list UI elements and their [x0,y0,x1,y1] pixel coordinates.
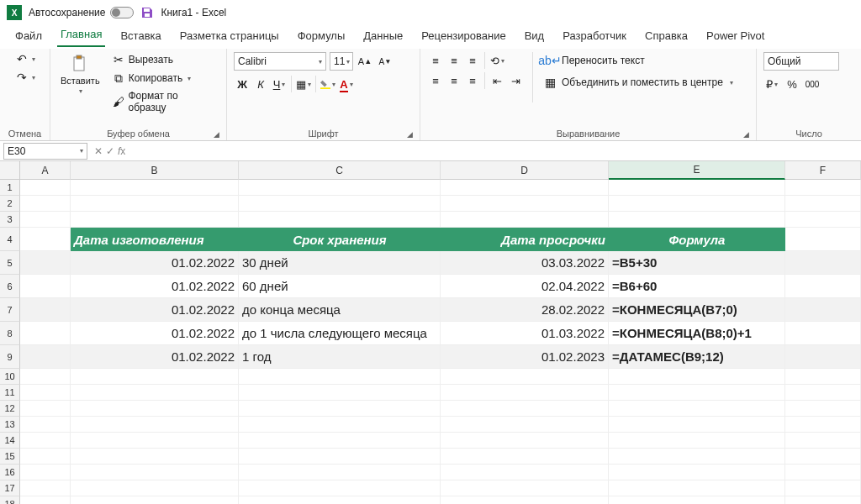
align-top-button[interactable]: ≡ [427,52,444,69]
increase-indent-button[interactable]: ⇥ [507,72,524,89]
cell[interactable] [239,401,441,417]
orientation-button[interactable]: ⟲▾ [489,52,505,69]
cell[interactable]: 28.02.2022 [441,298,609,322]
cell[interactable] [20,465,71,480]
percent-button[interactable]: % [784,76,800,92]
cell[interactable] [441,369,609,385]
cell[interactable] [441,385,609,401]
cell[interactable] [609,196,785,212]
cell[interactable] [441,417,609,433]
cell[interactable]: 01.02.2022 [71,275,239,298]
cell[interactable] [239,480,441,496]
save-icon[interactable] [140,6,154,19]
decrease-font-button[interactable]: A▼ [377,53,394,70]
row-header[interactable]: 8 [0,322,20,345]
cell[interactable] [71,369,239,385]
tab-data[interactable]: Данные [360,26,406,47]
cell[interactable] [441,480,609,496]
cell[interactable] [441,180,609,196]
cell[interactable] [20,449,71,465]
format-painter-button[interactable]: 🖌 Формат по образцу [110,89,219,114]
cell[interactable] [20,298,71,322]
increase-font-button[interactable]: A▲ [357,53,373,70]
row-header[interactable]: 4 [0,228,20,251]
cell[interactable] [20,275,71,298]
column-header[interactable]: F [785,161,861,180]
cell[interactable] [785,228,861,251]
fill-color-button[interactable]: ▾ [320,76,336,92]
cell[interactable] [785,385,861,401]
row-header[interactable]: 18 [0,496,20,504]
cell[interactable] [785,345,861,369]
cell[interactable]: 1 год [239,345,441,369]
cell[interactable] [239,417,441,433]
row-header[interactable]: 10 [0,369,20,385]
row-header[interactable]: 17 [0,480,20,496]
cell[interactable] [785,465,861,480]
row-header[interactable]: 9 [0,345,20,369]
cell[interactable]: до 1 числа следующего месяца [239,322,441,345]
row-header[interactable]: 12 [0,401,20,417]
cell[interactable] [785,275,861,298]
merge-center-button[interactable]: ▦ Объединить и поместить в центре▾ [541,74,735,91]
cell[interactable] [71,449,239,465]
cell[interactable] [441,401,609,417]
cell[interactable] [609,212,785,228]
font-name-combo[interactable]: Calibri▾ [234,52,326,71]
wrap-text-button[interactable]: ab↵ Переносить текст [541,52,735,69]
tab-file[interactable]: Файл [12,26,45,47]
cell[interactable] [20,496,71,504]
cell[interactable] [609,401,785,417]
row-header[interactable]: 2 [0,196,20,212]
currency-button[interactable]: ₽▾ [763,76,780,92]
cell[interactable] [71,401,239,417]
row-header[interactable]: 5 [0,251,20,275]
cell[interactable] [239,465,441,480]
autosave-toggle[interactable]: Автосохранение [29,7,134,18]
cell[interactable]: 01.02.2023 [441,345,609,369]
decrease-indent-button[interactable]: ⇤ [489,72,505,89]
cell[interactable]: 01.02.2022 [71,298,239,322]
align-right-button[interactable]: ≡ [464,72,481,89]
cell[interactable]: Формула [609,228,785,251]
cell[interactable] [20,212,71,228]
cell[interactable] [609,180,785,196]
cell[interactable] [785,369,861,385]
cell[interactable] [239,212,441,228]
cell[interactable] [20,180,71,196]
comma-style-button[interactable]: 000 [804,76,821,92]
align-middle-button[interactable]: ≡ [446,52,462,69]
dialog-launcher-icon[interactable]: ◢ [407,130,413,139]
cell[interactable] [239,433,441,449]
cell[interactable] [609,417,785,433]
cell[interactable] [239,369,441,385]
cell[interactable] [785,496,861,504]
select-all-corner[interactable] [0,161,20,180]
cell[interactable] [785,433,861,449]
cell[interactable]: 60 дней [239,275,441,298]
cell[interactable] [71,180,239,196]
column-header[interactable]: B [71,161,239,180]
row-header[interactable]: 11 [0,385,20,401]
cell[interactable] [609,369,785,385]
dialog-launcher-icon[interactable]: ◢ [743,130,749,139]
cell[interactable] [441,433,609,449]
align-center-button[interactable]: ≡ [446,72,462,89]
cell[interactable] [71,196,239,212]
cell[interactable] [785,180,861,196]
cell[interactable] [441,496,609,504]
redo-button[interactable]: ↷▾ [15,71,35,84]
cell[interactable] [609,480,785,496]
number-format-combo[interactable]: Общий [763,52,839,71]
cell[interactable] [20,385,71,401]
row-header[interactable]: 6 [0,275,20,298]
column-header[interactable]: C [239,161,441,180]
cell[interactable] [20,228,71,251]
undo-button[interactable]: ↶▾ [15,52,35,66]
cell[interactable] [785,322,861,345]
cell[interactable] [239,180,441,196]
cell[interactable] [239,449,441,465]
column-header[interactable]: D [441,161,609,180]
tab-view[interactable]: Вид [521,26,548,47]
cell[interactable] [20,251,71,275]
